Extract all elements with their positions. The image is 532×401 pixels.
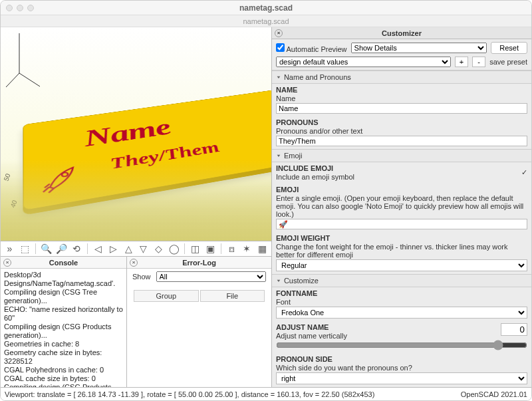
console-output[interactable]: Desktop/3d Designs/NameTag/nametag.scad'… — [1, 269, 126, 387]
fontname-label: FONTNAME — [276, 289, 527, 297]
close-console-icon[interactable]: × — [3, 259, 11, 267]
adjust-name-label: ADJUST NAME — [276, 323, 347, 331]
wireframe-icon[interactable]: ⧈ — [225, 242, 238, 255]
view-top-icon[interactable]: △ — [122, 242, 135, 255]
viewport-toolbar: » ⬚ 🔍 🔎 ⟲ ◁ ▷ △ ▽ ◇ ◯ ◫ ▣ ⧈ ✶ ▦ — [1, 241, 271, 257]
add-preset-button[interactable]: + — [455, 57, 468, 67]
console-panel: × Console Desktop/3d Designs/NameTag/nam… — [1, 257, 127, 387]
save-preset-link[interactable]: save preset — [489, 58, 527, 66]
error-log-title: Error-Log — [182, 259, 216, 267]
preview-name-text: Name — [82, 115, 175, 152]
nametag-preview: Name They/Them — [23, 90, 271, 211]
pronouns-label: PRONOUNS — [276, 118, 527, 126]
reset-button[interactable]: Reset — [491, 42, 527, 54]
tab-bar: nametag.scad — [1, 15, 531, 27]
detail-select[interactable]: Show Details — [351, 43, 487, 53]
titlebar: nametag.scad — [1, 1, 531, 15]
close-customizer-icon[interactable]: × — [275, 29, 283, 37]
view-right-icon[interactable]: ▷ — [107, 242, 120, 255]
include-emoji-check-icon[interactable]: ✓ — [521, 168, 527, 177]
axes-icon[interactable]: ✶ — [241, 242, 253, 255]
section-emoji[interactable]: Emoji — [272, 150, 531, 162]
viewport-3d[interactable]: 50 40 Name They/Them — [1, 27, 271, 241]
expand-icon[interactable]: » — [3, 242, 16, 255]
window-title: nametag.scad — [1, 3, 531, 13]
ortho-icon[interactable]: ▣ — [204, 242, 217, 255]
status-version: OpenSCAD 2021.01 — [461, 390, 527, 398]
close-errorlog-icon[interactable]: × — [130, 259, 138, 267]
section-name-pronouns[interactable]: Name and Pronouns — [272, 71, 531, 84]
section-customize[interactable]: Customize — [272, 275, 531, 287]
emoji-input[interactable] — [276, 219, 527, 229]
auto-preview-checkbox[interactable]: Automatic Preview — [276, 43, 347, 53]
svg-point-3 — [62, 172, 68, 177]
zoom-in-icon[interactable]: 🔍 — [40, 242, 53, 255]
svg-line-1 — [19, 73, 40, 86]
pronoun-side-select[interactable]: right — [276, 372, 527, 384]
view-left-icon[interactable]: ◁ — [92, 242, 104, 255]
emoji-weight-label: EMOJI WEIGHT — [276, 234, 527, 242]
view-diag-icon[interactable]: ◇ — [152, 242, 165, 255]
perspective-icon[interactable]: ◫ — [189, 242, 201, 255]
pronoun-side-label: PRONOUN SIDE — [276, 355, 527, 363]
remove-preset-button[interactable]: - — [472, 57, 485, 67]
show-label: Show — [132, 273, 151, 281]
name-input[interactable] — [276, 103, 527, 114]
adjust-name-value[interactable] — [501, 323, 527, 336]
customizer-title: Customizer — [382, 29, 422, 37]
svg-line-2 — [6, 73, 19, 87]
rocket-icon — [38, 161, 85, 198]
status-viewport: Viewport: translate = [ 26.18 14.73 -11.… — [5, 390, 374, 398]
tab-filename[interactable]: nametag.scad — [243, 17, 289, 25]
console-title: Console — [49, 259, 78, 267]
view-center-icon[interactable]: ◯ — [168, 242, 180, 255]
pronouns-input[interactable] — [276, 136, 527, 146]
emoji-weight-select[interactable]: Regular — [276, 259, 527, 271]
edges-icon[interactable]: ▦ — [256, 242, 269, 255]
col-group[interactable]: Group — [134, 290, 199, 302]
emoji-label: EMOJI — [276, 186, 527, 194]
error-log-panel: × Error-Log Show All Group File — [127, 257, 271, 387]
error-filter-select[interactable]: All — [156, 271, 266, 282]
include-emoji-label: INCLUDE EMOJI — [276, 164, 354, 172]
zoom-out-icon[interactable]: 🔎 — [55, 242, 68, 255]
adjust-name-slider[interactable] — [276, 340, 527, 350]
view-bottom-icon[interactable]: ▽ — [138, 242, 150, 255]
preview-icon[interactable]: ⬚ — [19, 242, 31, 255]
fontname-select[interactable]: Fredoka One — [276, 307, 527, 319]
error-table: Group File — [132, 289, 266, 303]
col-file[interactable]: File — [200, 290, 265, 302]
preset-select[interactable]: design default values — [276, 57, 451, 67]
name-label: NAME — [276, 86, 527, 94]
reset-view-icon[interactable]: ⟲ — [70, 242, 83, 255]
